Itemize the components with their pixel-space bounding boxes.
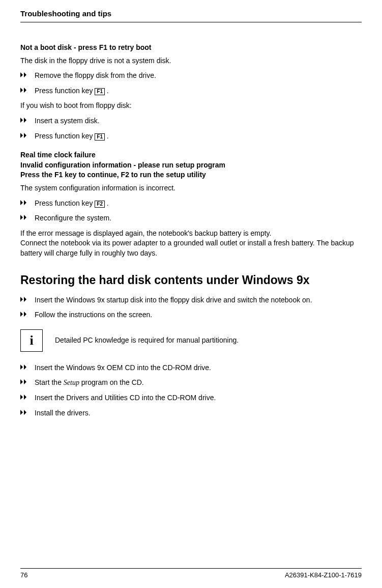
heading-line: Press the F1 key to continue, F2 to run … — [20, 170, 362, 180]
list-item: Insert the Drivers and Utilities CD into… — [20, 393, 362, 403]
step-text: Install the drivers. — [35, 408, 362, 418]
section1-steps-a: Remove the floppy disk from the drive. P… — [20, 71, 362, 96]
info-icon: i — [20, 329, 43, 352]
tail-line: Connect the notebook via its power adapt… — [20, 238, 362, 258]
step-text: Insert a system disk. — [35, 116, 362, 126]
section2-steps: Press function key F2 . Reconfigure the … — [20, 199, 362, 223]
step-text: Start the Setup program on the CD. — [35, 378, 362, 388]
section2-tail: If the error message is displayed again,… — [20, 229, 362, 259]
list-item: Follow the instructions on the screen. — [20, 310, 362, 320]
key-f2: F2 — [95, 201, 105, 208]
step-marker-icon — [20, 393, 35, 400]
step-text: Reconfigure the system. — [35, 213, 362, 223]
step-marker-icon — [20, 86, 35, 93]
step-marker-icon — [20, 131, 35, 138]
list-item: Press function key F2 . — [20, 199, 362, 209]
section1-mid: If you wish to boot from floppy disk: — [20, 101, 362, 111]
page-footer: 76 A26391-K84-Z100-1-7619 — [20, 568, 362, 580]
step-marker-icon — [20, 213, 35, 220]
list-item: Press function key F1 . — [20, 131, 362, 142]
step-marker-icon — [20, 408, 35, 415]
italic-text: Setup — [64, 379, 79, 386]
step-marker-icon — [20, 310, 35, 317]
text-suffix: program on the CD. — [79, 378, 144, 386]
step-text: Insert the Windows 9x startup disk into … — [35, 295, 362, 305]
key-f1: F1 — [95, 88, 105, 95]
list-item: Remove the floppy disk from the drive. — [20, 71, 362, 81]
list-item: Insert a system disk. — [20, 116, 362, 126]
list-item: Start the Setup program on the CD. — [20, 378, 362, 388]
section1-intro: The disk in the floppy drive is not a sy… — [20, 56, 362, 66]
text-suffix: . — [105, 199, 109, 207]
page-header: Troubleshooting and tips — [20, 8, 362, 22]
info-text: Detailed PC knowledge is required for ma… — [55, 335, 239, 346]
list-item: Insert the Windows 9x OEM CD into the CD… — [20, 363, 362, 373]
step-text: Press function key F1 . — [35, 131, 362, 142]
text-suffix: . — [105, 87, 109, 95]
step-marker-icon — [20, 71, 35, 77]
section1-heading: Not a boot disk - press F1 to retry boot — [20, 43, 362, 53]
text-suffix: . — [105, 132, 109, 140]
text-prefix: Press function key — [35, 199, 95, 207]
step-text: Insert the Drivers and Utilities CD into… — [35, 393, 362, 403]
step-marker-icon — [20, 363, 35, 370]
info-box: i Detailed PC knowledge is required for … — [20, 329, 362, 352]
list-item: Install the drivers. — [20, 408, 362, 418]
step-text: Follow the instructions on the screen. — [35, 310, 362, 320]
section3-steps-b: Insert the Windows 9x OEM CD into the CD… — [20, 363, 362, 418]
step-marker-icon — [20, 199, 35, 205]
step-text: Insert the Windows 9x OEM CD into the CD… — [35, 363, 362, 373]
step-text: Press function key F1 . — [35, 86, 362, 96]
step-marker-icon — [20, 116, 35, 123]
step-text: Remove the floppy disk from the drive. — [35, 71, 362, 81]
section2-intro: The system configuration information is … — [20, 183, 362, 193]
tail-line: If the error message is displayed again,… — [20, 229, 362, 239]
document-id: A26391-K84-Z100-1-7619 — [285, 571, 362, 580]
step-marker-icon — [20, 378, 35, 384]
list-item: Insert the Windows 9x startup disk into … — [20, 295, 362, 305]
list-item: Press function key F1 . — [20, 86, 362, 96]
section3-heading: Restoring the hard disk contents under W… — [20, 272, 362, 288]
list-item: Reconfigure the system. — [20, 213, 362, 223]
heading-line: Real time clock failure — [20, 150, 362, 160]
text-prefix: Press function key — [35, 87, 95, 95]
step-text: Press function key F2 . — [35, 199, 362, 209]
step-marker-icon — [20, 295, 35, 302]
text-prefix: Start the — [35, 378, 64, 386]
section2-heading: Real time clock failure Invalid configur… — [20, 150, 362, 180]
key-f1: F1 — [95, 133, 105, 141]
section3-steps-a: Insert the Windows 9x startup disk into … — [20, 295, 362, 320]
page-number: 76 — [20, 571, 27, 580]
text-prefix: Press function key — [35, 132, 95, 140]
heading-line: Invalid configuration information - plea… — [20, 160, 362, 171]
section1-steps-b: Insert a system disk. Press function key… — [20, 116, 362, 141]
